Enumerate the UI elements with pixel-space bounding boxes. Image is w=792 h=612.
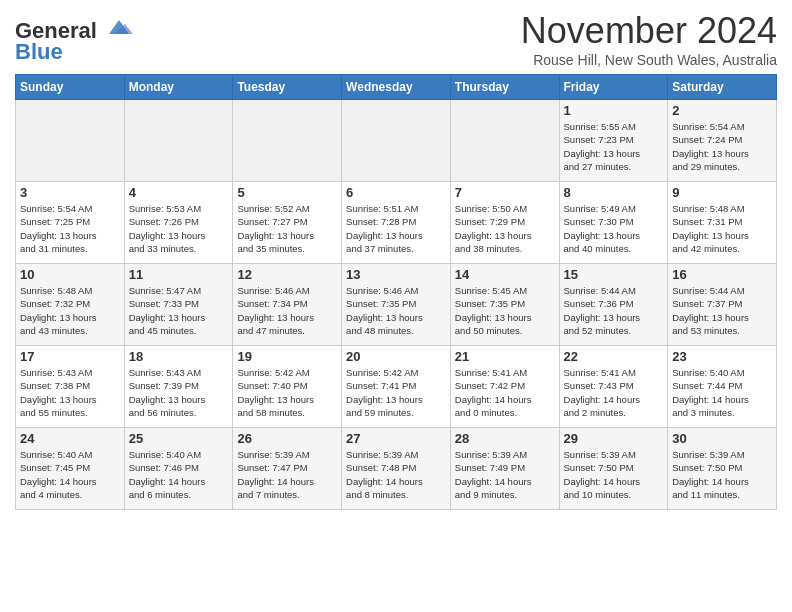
day-number: 22 — [564, 349, 664, 364]
calendar-cell: 26Sunrise: 5:39 AM Sunset: 7:47 PM Dayli… — [233, 428, 342, 510]
cell-info: Sunrise: 5:42 AM Sunset: 7:40 PM Dayligh… — [237, 366, 337, 419]
calendar-cell: 27Sunrise: 5:39 AM Sunset: 7:48 PM Dayli… — [342, 428, 451, 510]
cell-info: Sunrise: 5:40 AM Sunset: 7:44 PM Dayligh… — [672, 366, 772, 419]
day-number: 19 — [237, 349, 337, 364]
day-number: 20 — [346, 349, 446, 364]
calendar-week-row: 24Sunrise: 5:40 AM Sunset: 7:45 PM Dayli… — [16, 428, 777, 510]
cell-info: Sunrise: 5:42 AM Sunset: 7:41 PM Dayligh… — [346, 366, 446, 419]
calendar-cell — [16, 100, 125, 182]
cell-info: Sunrise: 5:46 AM Sunset: 7:34 PM Dayligh… — [237, 284, 337, 337]
calendar-week-row: 1Sunrise: 5:55 AM Sunset: 7:23 PM Daylig… — [16, 100, 777, 182]
calendar-cell: 21Sunrise: 5:41 AM Sunset: 7:42 PM Dayli… — [450, 346, 559, 428]
calendar-cell: 11Sunrise: 5:47 AM Sunset: 7:33 PM Dayli… — [124, 264, 233, 346]
weekday-header-saturday: Saturday — [668, 75, 777, 100]
calendar-cell: 3Sunrise: 5:54 AM Sunset: 7:25 PM Daylig… — [16, 182, 125, 264]
calendar-table: SundayMondayTuesdayWednesdayThursdayFrid… — [15, 74, 777, 510]
cell-info: Sunrise: 5:47 AM Sunset: 7:33 PM Dayligh… — [129, 284, 229, 337]
day-number: 13 — [346, 267, 446, 282]
day-number: 11 — [129, 267, 229, 282]
calendar-week-row: 3Sunrise: 5:54 AM Sunset: 7:25 PM Daylig… — [16, 182, 777, 264]
calendar-cell: 18Sunrise: 5:43 AM Sunset: 7:39 PM Dayli… — [124, 346, 233, 428]
day-number: 24 — [20, 431, 120, 446]
cell-info: Sunrise: 5:39 AM Sunset: 7:49 PM Dayligh… — [455, 448, 555, 501]
location-subtitle: Rouse Hill, New South Wales, Australia — [521, 52, 777, 68]
weekday-header-friday: Friday — [559, 75, 668, 100]
calendar-body: 1Sunrise: 5:55 AM Sunset: 7:23 PM Daylig… — [16, 100, 777, 510]
day-number: 27 — [346, 431, 446, 446]
day-number: 18 — [129, 349, 229, 364]
calendar-cell: 9Sunrise: 5:48 AM Sunset: 7:31 PM Daylig… — [668, 182, 777, 264]
month-title: November 2024 — [521, 10, 777, 52]
weekday-header-monday: Monday — [124, 75, 233, 100]
cell-info: Sunrise: 5:44 AM Sunset: 7:37 PM Dayligh… — [672, 284, 772, 337]
day-number: 6 — [346, 185, 446, 200]
cell-info: Sunrise: 5:53 AM Sunset: 7:26 PM Dayligh… — [129, 202, 229, 255]
calendar-cell: 28Sunrise: 5:39 AM Sunset: 7:49 PM Dayli… — [450, 428, 559, 510]
calendar-cell — [233, 100, 342, 182]
cell-info: Sunrise: 5:54 AM Sunset: 7:24 PM Dayligh… — [672, 120, 772, 173]
day-number: 4 — [129, 185, 229, 200]
calendar-header-row: SundayMondayTuesdayWednesdayThursdayFrid… — [16, 75, 777, 100]
day-number: 12 — [237, 267, 337, 282]
cell-info: Sunrise: 5:43 AM Sunset: 7:39 PM Dayligh… — [129, 366, 229, 419]
calendar-cell: 23Sunrise: 5:40 AM Sunset: 7:44 PM Dayli… — [668, 346, 777, 428]
logo: General Blue — [15, 16, 133, 65]
cell-info: Sunrise: 5:54 AM Sunset: 7:25 PM Dayligh… — [20, 202, 120, 255]
day-number: 1 — [564, 103, 664, 118]
cell-info: Sunrise: 5:39 AM Sunset: 7:50 PM Dayligh… — [564, 448, 664, 501]
day-number: 15 — [564, 267, 664, 282]
calendar-cell: 4Sunrise: 5:53 AM Sunset: 7:26 PM Daylig… — [124, 182, 233, 264]
cell-info: Sunrise: 5:49 AM Sunset: 7:30 PM Dayligh… — [564, 202, 664, 255]
calendar-cell — [124, 100, 233, 182]
day-number: 16 — [672, 267, 772, 282]
day-number: 3 — [20, 185, 120, 200]
cell-info: Sunrise: 5:39 AM Sunset: 7:50 PM Dayligh… — [672, 448, 772, 501]
calendar-cell: 24Sunrise: 5:40 AM Sunset: 7:45 PM Dayli… — [16, 428, 125, 510]
cell-info: Sunrise: 5:39 AM Sunset: 7:48 PM Dayligh… — [346, 448, 446, 501]
calendar-cell — [342, 100, 451, 182]
day-number: 28 — [455, 431, 555, 446]
cell-info: Sunrise: 5:50 AM Sunset: 7:29 PM Dayligh… — [455, 202, 555, 255]
calendar-cell: 5Sunrise: 5:52 AM Sunset: 7:27 PM Daylig… — [233, 182, 342, 264]
calendar-cell: 19Sunrise: 5:42 AM Sunset: 7:40 PM Dayli… — [233, 346, 342, 428]
day-number: 14 — [455, 267, 555, 282]
calendar-cell: 20Sunrise: 5:42 AM Sunset: 7:41 PM Dayli… — [342, 346, 451, 428]
calendar-cell — [450, 100, 559, 182]
day-number: 25 — [129, 431, 229, 446]
cell-info: Sunrise: 5:39 AM Sunset: 7:47 PM Dayligh… — [237, 448, 337, 501]
calendar-cell: 2Sunrise: 5:54 AM Sunset: 7:24 PM Daylig… — [668, 100, 777, 182]
cell-info: Sunrise: 5:40 AM Sunset: 7:45 PM Dayligh… — [20, 448, 120, 501]
cell-info: Sunrise: 5:55 AM Sunset: 7:23 PM Dayligh… — [564, 120, 664, 173]
calendar-cell: 10Sunrise: 5:48 AM Sunset: 7:32 PM Dayli… — [16, 264, 125, 346]
weekday-header-tuesday: Tuesday — [233, 75, 342, 100]
day-number: 10 — [20, 267, 120, 282]
calendar-cell: 13Sunrise: 5:46 AM Sunset: 7:35 PM Dayli… — [342, 264, 451, 346]
weekday-header-thursday: Thursday — [450, 75, 559, 100]
cell-info: Sunrise: 5:46 AM Sunset: 7:35 PM Dayligh… — [346, 284, 446, 337]
calendar-cell: 30Sunrise: 5:39 AM Sunset: 7:50 PM Dayli… — [668, 428, 777, 510]
calendar-cell: 12Sunrise: 5:46 AM Sunset: 7:34 PM Dayli… — [233, 264, 342, 346]
cell-info: Sunrise: 5:40 AM Sunset: 7:46 PM Dayligh… — [129, 448, 229, 501]
cell-info: Sunrise: 5:45 AM Sunset: 7:35 PM Dayligh… — [455, 284, 555, 337]
weekday-header-wednesday: Wednesday — [342, 75, 451, 100]
calendar-cell: 14Sunrise: 5:45 AM Sunset: 7:35 PM Dayli… — [450, 264, 559, 346]
cell-info: Sunrise: 5:41 AM Sunset: 7:43 PM Dayligh… — [564, 366, 664, 419]
calendar-cell: 22Sunrise: 5:41 AM Sunset: 7:43 PM Dayli… — [559, 346, 668, 428]
cell-info: Sunrise: 5:48 AM Sunset: 7:32 PM Dayligh… — [20, 284, 120, 337]
day-number: 29 — [564, 431, 664, 446]
cell-info: Sunrise: 5:48 AM Sunset: 7:31 PM Dayligh… — [672, 202, 772, 255]
logo-icon — [105, 16, 133, 38]
calendar-cell: 6Sunrise: 5:51 AM Sunset: 7:28 PM Daylig… — [342, 182, 451, 264]
page-header: General Blue November 2024 Rouse Hill, N… — [15, 10, 777, 68]
day-number: 5 — [237, 185, 337, 200]
cell-info: Sunrise: 5:41 AM Sunset: 7:42 PM Dayligh… — [455, 366, 555, 419]
calendar-cell: 29Sunrise: 5:39 AM Sunset: 7:50 PM Dayli… — [559, 428, 668, 510]
calendar-week-row: 17Sunrise: 5:43 AM Sunset: 7:38 PM Dayli… — [16, 346, 777, 428]
title-block: November 2024 Rouse Hill, New South Wale… — [521, 10, 777, 68]
cell-info: Sunrise: 5:51 AM Sunset: 7:28 PM Dayligh… — [346, 202, 446, 255]
calendar-cell: 15Sunrise: 5:44 AM Sunset: 7:36 PM Dayli… — [559, 264, 668, 346]
cell-info: Sunrise: 5:44 AM Sunset: 7:36 PM Dayligh… — [564, 284, 664, 337]
calendar-cell: 25Sunrise: 5:40 AM Sunset: 7:46 PM Dayli… — [124, 428, 233, 510]
day-number: 17 — [20, 349, 120, 364]
day-number: 9 — [672, 185, 772, 200]
